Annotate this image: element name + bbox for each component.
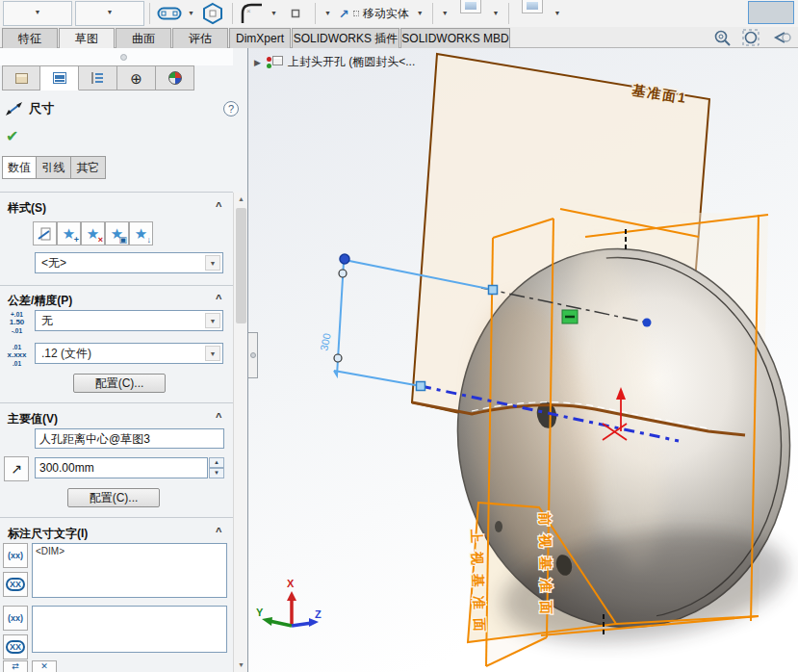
dimension-text-area-top[interactable]: <DIM>: [32, 543, 227, 598]
configuration-icon: [91, 72, 105, 84]
zoom-area-icon[interactable]: [742, 29, 761, 46]
tab-dimxpertmanager[interactable]: ⊕: [117, 65, 156, 90]
dimension-value-field[interactable]: 300.00mm: [35, 457, 208, 478]
flyout-tool-button-2[interactable]: ▼: [75, 1, 144, 26]
dimension-grip-bottom[interactable]: [334, 354, 342, 362]
divider: [0, 517, 233, 518]
stepper-down-icon[interactable]: ▼: [209, 468, 224, 478]
collapse-style-icon[interactable]: ^: [216, 200, 227, 212]
chevron-down-icon[interactable]: ▼: [413, 1, 427, 26]
chevron-down-icon[interactable]: ▼: [205, 313, 220, 328]
tolerance-type-icon: +.011.50-.01: [4, 311, 30, 334]
collapse-tolerance-icon[interactable]: ^: [216, 293, 227, 304]
polygon-tool-button[interactable]: [198, 1, 227, 26]
chevron-down-icon[interactable]: ▼: [551, 1, 565, 26]
active-tool-toggle[interactable]: [748, 1, 794, 24]
pattern-tool-button[interactable]: [522, 0, 543, 13]
dimension-name-field[interactable]: 人孔距离中心@草图3: [35, 428, 224, 449]
fillet-tool-button[interactable]: ×: [238, 1, 267, 26]
tab-featuremanager[interactable]: [2, 65, 40, 90]
value-stepper[interactable]: ▲▼: [209, 457, 224, 478]
dim-text-dual-button-2[interactable]: XX: [3, 634, 28, 659]
tab-surfaces[interactable]: 曲面: [116, 28, 171, 48]
chevron-down-icon[interactable]: ▼: [184, 1, 198, 26]
delete-style-button[interactable]: ★×: [81, 221, 105, 246]
chevron-down-icon[interactable]: ▼: [321, 1, 335, 26]
point-tool-button[interactable]: [281, 1, 310, 26]
tab-other[interactable]: 其它: [71, 156, 106, 179]
previous-view-icon[interactable]: [771, 29, 792, 46]
stepper-up-icon[interactable]: ▲: [209, 457, 224, 468]
scroll-down-icon[interactable]: ▼: [234, 659, 248, 672]
magnifier-icon[interactable]: [713, 29, 733, 46]
selected-sketch-point[interactable]: [340, 254, 349, 264]
part-status-icon: [266, 55, 283, 69]
property-manager: ⊕ 尺寸 ? ✔ 数值 引线 其它 样式(S) ^ ★+ ★× ★▣ ★↓ <无…: [0, 48, 248, 672]
tab-evaluate[interactable]: 评估: [172, 28, 228, 48]
chevron-down-icon[interactable]: ▼: [205, 346, 220, 361]
apply-default-style-button[interactable]: [33, 221, 57, 246]
chevron-down-icon[interactable]: ▼: [489, 1, 503, 26]
dimension-handle-top[interactable]: [489, 286, 498, 295]
dimension-value-label[interactable]: 300: [318, 332, 333, 351]
small-hole-1[interactable]: [495, 521, 502, 532]
panel-splitter-handle[interactable]: [248, 332, 258, 378]
precision-select[interactable]: .12 (文件) ▼: [35, 343, 223, 364]
style-preset-select[interactable]: <无> ▼: [35, 252, 223, 273]
flip-dimension-icon[interactable]: ↗: [4, 456, 29, 481]
feature-tree-label[interactable]: 上封头开孔 (椭圆封头<...: [288, 54, 415, 70]
move-entity-icon: ↗: [339, 7, 349, 21]
scrollbar-thumb[interactable]: [236, 208, 246, 323]
move-entity-button[interactable]: ↗ 移动实体: [335, 1, 413, 26]
dim-text-dual-button[interactable]: XX: [3, 572, 28, 597]
load-style-button[interactable]: ★↓: [129, 221, 153, 246]
dimension-grip-top[interactable]: [339, 270, 347, 277]
add-style-button[interactable]: ★+: [57, 221, 81, 246]
tab-value[interactable]: 数值: [2, 156, 37, 179]
tab-mbd[interactable]: SOLIDWORKS MBD: [400, 28, 510, 48]
primary-value-group-header: 主要值(V): [8, 411, 58, 427]
divider: [0, 192, 233, 193]
feature-tree-item[interactable]: ▶ 上封头开孔 (椭圆封头<...: [254, 54, 415, 70]
model-scene[interactable]: 基准面1: [248, 48, 798, 672]
ok-button[interactable]: ✔: [6, 127, 18, 145]
flyout-tool-button-1[interactable]: ▼: [3, 1, 72, 26]
tab-sketch[interactable]: 草图: [59, 28, 115, 48]
chevron-down-icon[interactable]: ▼: [205, 255, 220, 271]
mirror-tool-button[interactable]: [460, 0, 481, 13]
dimension-handle-bottom[interactable]: [417, 382, 425, 391]
tab-displaymanager[interactable]: [156, 65, 194, 90]
panel-collapse-handle[interactable]: [120, 54, 127, 61]
dim-text-paren-button-2[interactable]: (xx): [3, 606, 28, 631]
precision-icon: .01x.xxx.01: [4, 344, 30, 367]
dim-text-paren-button[interactable]: (xx): [3, 543, 28, 568]
graphics-area[interactable]: 基准面1: [248, 48, 798, 672]
collapse-dimtext-icon[interactable]: ^: [216, 526, 227, 537]
tab-features[interactable]: 特征: [2, 28, 58, 48]
save-style-button[interactable]: ★▣: [105, 221, 129, 246]
tab-addins[interactable]: SOLIDWORKS 插件: [292, 28, 399, 48]
chevron-down-icon[interactable]: ▼: [31, 0, 45, 25]
text-justify-button[interactable]: ⇄: [3, 660, 28, 672]
tolerance-type-select[interactable]: 无 ▼: [35, 310, 223, 331]
collapse-primary-icon[interactable]: ^: [216, 411, 227, 423]
help-icon[interactable]: ?: [223, 101, 239, 116]
chevron-down-icon[interactable]: ▼: [103, 0, 117, 25]
chevron-down-icon[interactable]: ▼: [438, 1, 452, 26]
tab-configurationmanager[interactable]: [79, 65, 117, 90]
panel-scrollbar[interactable]: ▲ ▼: [233, 193, 247, 672]
tab-dimxpert[interactable]: DimXpert: [229, 28, 291, 48]
add-symbol-button[interactable]: ✕: [32, 660, 57, 672]
primary-configure-button[interactable]: 配置(C)...: [67, 488, 160, 507]
dimension-text-area-bottom[interactable]: [32, 606, 227, 653]
expand-arrow-icon[interactable]: ▶: [254, 58, 261, 67]
tab-leaders[interactable]: 引线: [37, 156, 71, 179]
scroll-up-icon[interactable]: ▲: [234, 193, 248, 206]
tab-propertymanager[interactable]: [40, 65, 79, 90]
pattern-icon: [527, 2, 538, 10]
tolerance-configure-button[interactable]: 配置(C)...: [73, 374, 166, 393]
horizontal-relation-badge[interactable]: [562, 310, 578, 323]
slot-tool-button[interactable]: [155, 1, 184, 26]
chevron-down-icon[interactable]: ▼: [267, 1, 281, 26]
sketch-endpoint[interactable]: [643, 319, 652, 327]
